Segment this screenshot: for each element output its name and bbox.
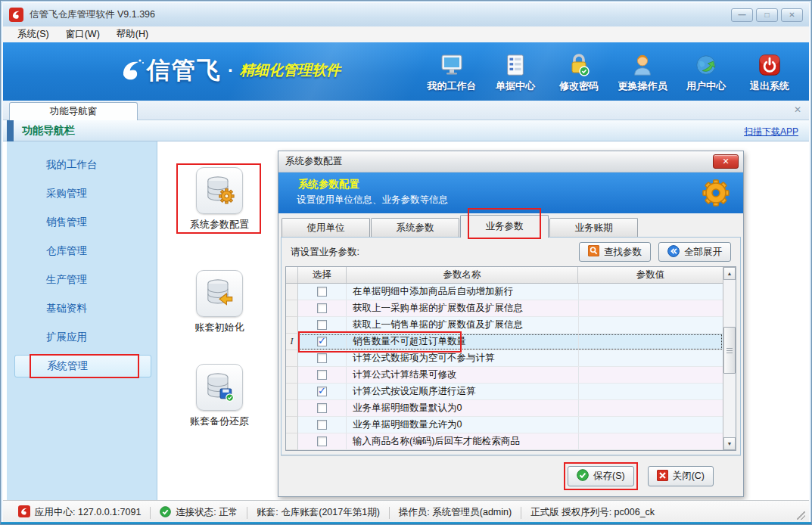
close-button-label: 关闭(C) — [673, 470, 705, 483]
row-indicator-cell[interactable] — [286, 384, 298, 400]
checkbox-cell[interactable] — [298, 367, 347, 383]
row-indicator-cell[interactable]: I — [286, 334, 298, 350]
sidebar-item-workbench[interactable]: 我的工作台 — [14, 154, 151, 176]
checkbox[interactable] — [317, 287, 327, 297]
checkbox-cell[interactable] — [298, 417, 347, 433]
menu-item-window[interactable]: 窗口(W) — [58, 26, 108, 42]
toolbar-item-usercenter[interactable]: 用户中心 — [674, 50, 738, 93]
row-content[interactable]: 输入商品名称(编码)后回车才能检索商品 — [298, 433, 723, 450]
dialog-tab-sys[interactable]: 系统参数 — [371, 218, 459, 238]
checkbox[interactable] — [317, 320, 327, 330]
checkbox[interactable] — [317, 337, 327, 346]
row-indicator-cell[interactable] — [286, 300, 298, 317]
param-value-cell[interactable] — [578, 350, 723, 366]
checkbox[interactable] — [317, 303, 327, 313]
menu-item-system[interactable]: 系统(S) — [9, 26, 58, 42]
dialog-tab-unit[interactable]: 使用单位 — [282, 218, 370, 238]
checkbox[interactable] — [317, 420, 327, 430]
param-value-cell[interactable] — [578, 417, 723, 433]
row-indicator-cell[interactable] — [286, 433, 298, 450]
search-params-button[interactable]: 查找参数 — [579, 242, 651, 262]
shortcut-sysparam[interactable]: 系统参数配置 — [180, 167, 259, 231]
checkbox-cell[interactable] — [298, 317, 347, 333]
maximize-button[interactable]: □ — [756, 8, 778, 22]
row-indicator-cell[interactable] — [286, 400, 298, 417]
row-content[interactable]: 获取上一销售单据的扩展数值及扩展信息 — [298, 317, 723, 334]
expand-all-button[interactable]: 全部展开 — [658, 242, 731, 262]
toolbar-item-operator[interactable]: 更换操作员 — [611, 50, 674, 93]
sidebar-item-basicdata[interactable]: 基础资料 — [14, 297, 151, 320]
scrollbar-thumb[interactable] — [723, 327, 736, 374]
close-button[interactable]: ✕ — [781, 8, 803, 22]
row-indicator-cell[interactable] — [286, 367, 298, 384]
table-row: 业务单据明细数量允许为0 — [286, 417, 723, 433]
dialog-close-action-button[interactable]: 关闭(C) — [648, 466, 714, 486]
dialog-close-button[interactable]: ✕ — [713, 154, 739, 169]
checkbox-cell[interactable] — [298, 300, 347, 316]
toolbar-item-orders[interactable]: 单据中心 — [484, 50, 547, 93]
row-indicator-cell[interactable] — [286, 284, 298, 300]
param-value-cell[interactable] — [578, 317, 723, 333]
database-arrow-icon — [196, 270, 243, 317]
checkbox-cell[interactable] — [298, 284, 347, 300]
checkbox-cell[interactable] — [298, 334, 347, 349]
row-indicator-cell[interactable] — [286, 350, 298, 367]
tab-function-nav[interactable]: 功能导航窗 — [9, 102, 138, 120]
database-gear-icon — [196, 167, 243, 214]
param-value-cell[interactable] — [578, 400, 723, 416]
checkbox[interactable] — [317, 436, 327, 446]
checkbox-cell[interactable] — [298, 400, 347, 416]
menu-item-help[interactable]: 帮助(H) — [108, 26, 157, 42]
row-content[interactable]: 计算公式按设定顺序进行运算 — [298, 384, 723, 400]
row-content[interactable]: 销售数量不可超过订单数量 — [298, 334, 723, 350]
sidebar-item-warehouse[interactable]: 仓库管理 — [14, 240, 151, 262]
param-value-cell[interactable] — [578, 284, 723, 300]
vertical-scrollbar[interactable]: ▲ ▼ — [723, 267, 736, 450]
sidebar-item-label: 采购管理 — [46, 187, 87, 200]
row-content[interactable]: 在单据明细中添加商品后自动增加新行 — [298, 284, 723, 300]
scrollbar-track[interactable] — [723, 280, 736, 437]
param-value-cell[interactable] — [578, 384, 723, 399]
row-content[interactable]: 计算公式数据项为空可不参与计算 — [298, 350, 723, 367]
row-content[interactable]: 业务单据明细数量默认为0 — [298, 400, 723, 417]
param-value-cell[interactable] — [578, 334, 723, 349]
dialog-tab-period[interactable]: 业务账期 — [549, 218, 638, 238]
sidebar-item-sysmgmt[interactable]: 系统管理 — [14, 355, 151, 377]
scroll-down-icon[interactable]: ▼ — [723, 437, 736, 450]
checkbox[interactable] — [317, 403, 327, 413]
param-value-cell[interactable] — [578, 300, 723, 316]
sidebar-item-production[interactable]: 生产管理 — [14, 269, 151, 291]
shortcut-label: 账套初始化 — [180, 321, 259, 334]
database-disk-icon — [196, 364, 243, 411]
checkbox[interactable] — [317, 387, 327, 396]
save-button[interactable]: 保存(S) — [568, 466, 634, 486]
param-value-cell[interactable] — [578, 433, 723, 449]
dialog-tab-biz[interactable]: 业务参数 — [460, 215, 549, 238]
sidebar-item-sales[interactable]: 销售管理 — [14, 211, 151, 234]
row-indicator-cell[interactable] — [286, 417, 298, 433]
checkbox-cell[interactable] — [298, 350, 347, 366]
shortcut-init[interactable]: 账套初始化 — [180, 270, 259, 334]
brand-logo: 信管飞 · 精细化管理软件 — [117, 54, 341, 86]
row-indicator-cell[interactable] — [286, 317, 298, 334]
checkbox-cell[interactable] — [298, 384, 347, 399]
row-content[interactable]: 计算公式计算结果可修改 — [298, 367, 723, 384]
toolbar-item-password[interactable]: 修改密码 — [547, 50, 611, 93]
shortcut-backup[interactable]: 账套备份还原 — [180, 364, 259, 428]
row-content[interactable]: 获取上一采购单据的扩展数值及扩展信息 — [298, 300, 723, 317]
resize-grip[interactable] — [797, 511, 805, 520]
sidebar-item-purchase[interactable]: 采购管理 — [14, 182, 151, 205]
toolbar-item-exit[interactable]: 退出系统 — [738, 50, 801, 93]
checkbox[interactable] — [317, 353, 327, 363]
minimize-button[interactable]: — — [731, 8, 753, 22]
checkbox[interactable] — [317, 370, 327, 380]
scroll-up-icon[interactable]: ▲ — [723, 267, 736, 280]
toolbar-item-workbench[interactable]: 我的工作台 — [420, 50, 484, 93]
param-value-cell[interactable] — [578, 367, 723, 383]
scan-download-app-link[interactable]: 扫描下载APP — [744, 126, 798, 138]
row-content[interactable]: 业务单据明细数量允许为0 — [298, 417, 723, 433]
param-name-cell: 计算公式计算结果可修改 — [347, 367, 578, 383]
tab-close-icon[interactable]: ✕ — [794, 104, 801, 115]
checkbox-cell[interactable] — [298, 433, 347, 449]
sidebar-item-extension[interactable]: 扩展应用 — [14, 326, 151, 349]
